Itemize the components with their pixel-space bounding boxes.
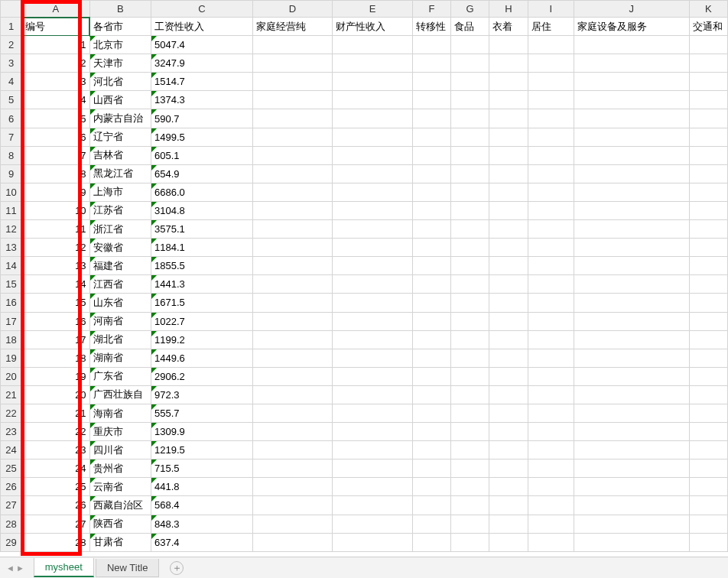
cell-F22[interactable] bbox=[412, 404, 450, 422]
row-header[interactable]: 14 bbox=[1, 257, 22, 275]
cell-D3[interactable] bbox=[252, 54, 333, 73]
cell-B8[interactable]: 吉林省 bbox=[89, 146, 151, 164]
cell-J16[interactable] bbox=[574, 294, 689, 312]
cell-A22[interactable]: 21 bbox=[22, 404, 89, 422]
cell-D10[interactable] bbox=[252, 183, 333, 201]
cell-I24[interactable] bbox=[528, 441, 574, 459]
cell-K6[interactable] bbox=[689, 109, 727, 128]
cell-H14[interactable] bbox=[489, 257, 528, 275]
cell-E13[interactable] bbox=[333, 239, 413, 257]
cell-C21[interactable]: 972.3 bbox=[151, 385, 253, 404]
cell-G27[interactable] bbox=[451, 496, 489, 515]
cell-G11[interactable] bbox=[451, 201, 489, 219]
cell-E6[interactable] bbox=[333, 109, 413, 128]
cell-H3[interactable] bbox=[489, 54, 528, 73]
cell-C22[interactable]: 555.7 bbox=[151, 404, 253, 422]
cell-B7[interactable]: 辽宁省 bbox=[89, 128, 151, 146]
cell-J21[interactable] bbox=[574, 385, 689, 404]
cell-G26[interactable] bbox=[451, 478, 489, 496]
cell-G13[interactable] bbox=[451, 239, 489, 257]
cell-I19[interactable] bbox=[528, 349, 574, 367]
cell-J25[interactable] bbox=[574, 459, 689, 478]
cell-C12[interactable]: 3575.1 bbox=[151, 220, 253, 239]
cell-A11[interactable]: 10 bbox=[22, 201, 89, 219]
cell-G5[interactable] bbox=[451, 91, 489, 109]
cell-D27[interactable] bbox=[252, 496, 333, 515]
cell-C1[interactable]: 工资性收入 bbox=[151, 18, 253, 36]
cell-E23[interactable] bbox=[333, 423, 413, 441]
cell-I8[interactable] bbox=[528, 146, 574, 164]
row-header[interactable]: 24 bbox=[1, 441, 22, 459]
cell-I6[interactable] bbox=[528, 109, 574, 128]
cell-J20[interactable] bbox=[574, 367, 689, 385]
cell-H23[interactable] bbox=[489, 423, 528, 441]
cell-D2[interactable] bbox=[252, 36, 333, 54]
cell-H15[interactable] bbox=[489, 275, 528, 294]
cell-K8[interactable] bbox=[689, 146, 727, 164]
cell-E26[interactable] bbox=[333, 478, 413, 496]
cell-K9[interactable] bbox=[689, 164, 727, 183]
cell-G12[interactable] bbox=[451, 220, 489, 239]
col-header-E[interactable]: E bbox=[333, 1, 413, 18]
cell-J22[interactable] bbox=[574, 404, 689, 422]
cell-A24[interactable]: 23 bbox=[22, 441, 89, 459]
cell-H9[interactable] bbox=[489, 164, 528, 183]
cell-J1[interactable]: 家庭设备及服务 bbox=[574, 18, 689, 36]
cell-B2[interactable]: 北京市 bbox=[89, 36, 151, 54]
cell-H16[interactable] bbox=[489, 294, 528, 312]
cell-F8[interactable] bbox=[412, 146, 450, 164]
cell-I14[interactable] bbox=[528, 257, 574, 275]
cell-C23[interactable]: 1309.9 bbox=[151, 423, 253, 441]
cell-B12[interactable]: 浙江省 bbox=[89, 220, 151, 239]
cell-J19[interactable] bbox=[574, 349, 689, 367]
cell-B14[interactable]: 福建省 bbox=[89, 257, 151, 275]
col-header-I[interactable]: I bbox=[528, 1, 574, 18]
cell-J12[interactable] bbox=[574, 220, 689, 239]
cell-E11[interactable] bbox=[333, 201, 413, 219]
cell-B17[interactable]: 河南省 bbox=[89, 312, 151, 330]
cell-K1[interactable]: 交通和 bbox=[689, 18, 727, 36]
cell-A3[interactable]: 2 bbox=[22, 54, 89, 73]
cell-H5[interactable] bbox=[489, 91, 528, 109]
cell-B9[interactable]: 黑龙江省 bbox=[89, 164, 151, 183]
col-header-G[interactable]: G bbox=[451, 1, 489, 18]
sheet-tab-mysheet[interactable]: mysheet bbox=[34, 558, 94, 577]
col-header-B[interactable]: B bbox=[89, 1, 151, 18]
cell-F19[interactable] bbox=[412, 349, 450, 367]
cell-E17[interactable] bbox=[333, 312, 413, 330]
cell-D20[interactable] bbox=[252, 367, 333, 385]
cell-I9[interactable] bbox=[528, 164, 574, 183]
cell-D16[interactable] bbox=[252, 294, 333, 312]
cell-A13[interactable]: 12 bbox=[22, 239, 89, 257]
cell-K14[interactable] bbox=[689, 257, 727, 275]
cell-B27[interactable]: 西藏自治区 bbox=[89, 496, 151, 515]
cell-F13[interactable] bbox=[412, 239, 450, 257]
cell-E29[interactable] bbox=[333, 533, 413, 551]
cell-F27[interactable] bbox=[412, 496, 450, 515]
cell-E8[interactable] bbox=[333, 146, 413, 164]
cell-I25[interactable] bbox=[528, 459, 574, 478]
cell-F18[interactable] bbox=[412, 330, 450, 349]
cell-E7[interactable] bbox=[333, 128, 413, 146]
cell-J17[interactable] bbox=[574, 312, 689, 330]
cell-I23[interactable] bbox=[528, 423, 574, 441]
cell-C27[interactable]: 568.4 bbox=[151, 496, 253, 515]
cell-I11[interactable] bbox=[528, 201, 574, 219]
cell-I16[interactable] bbox=[528, 294, 574, 312]
cell-E15[interactable] bbox=[333, 275, 413, 294]
cell-C17[interactable]: 1022.7 bbox=[151, 312, 253, 330]
cell-H18[interactable] bbox=[489, 330, 528, 349]
cell-K10[interactable] bbox=[689, 183, 727, 201]
cell-E2[interactable] bbox=[333, 36, 413, 54]
cell-K17[interactable] bbox=[689, 312, 727, 330]
cell-I3[interactable] bbox=[528, 54, 574, 73]
cell-K19[interactable] bbox=[689, 349, 727, 367]
cell-D14[interactable] bbox=[252, 257, 333, 275]
cell-B23[interactable]: 重庆市 bbox=[89, 423, 151, 441]
cell-A16[interactable]: 15 bbox=[22, 294, 89, 312]
cell-J14[interactable] bbox=[574, 257, 689, 275]
cell-G25[interactable] bbox=[451, 459, 489, 478]
cell-C5[interactable]: 1374.3 bbox=[151, 91, 253, 109]
cell-I1[interactable]: 居住 bbox=[528, 18, 574, 36]
cell-I10[interactable] bbox=[528, 183, 574, 201]
